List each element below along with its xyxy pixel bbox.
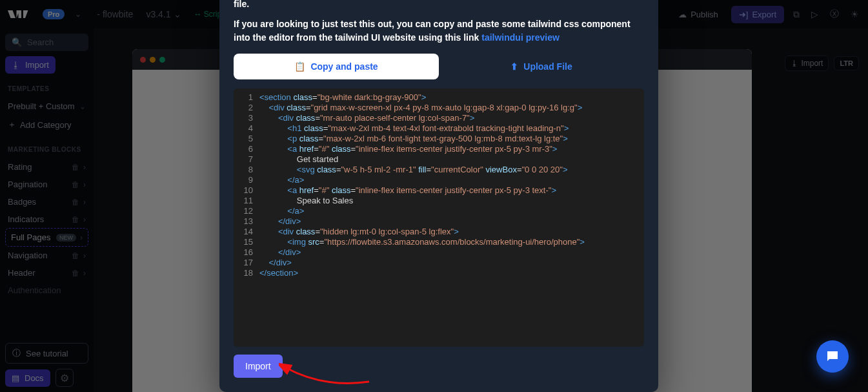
- modal-tabs: 📋 Copy and paste ⬆ Upload File: [234, 54, 644, 79]
- upload-icon: ⬆: [510, 61, 518, 72]
- chat-fab[interactable]: [816, 340, 849, 373]
- tab-upload-label: Upload File: [523, 61, 572, 72]
- chat-icon: [825, 349, 840, 364]
- code-editor[interactable]: 123456789101112131415161718 <section cla…: [234, 88, 644, 347]
- tailwindui-preview-link[interactable]: tailwindui preview: [481, 32, 560, 43]
- tab-upload-file[interactable]: ⬆ Upload File: [439, 54, 644, 79]
- paste-icon: 📋: [294, 61, 305, 72]
- tab-copy-label: Copy and paste: [310, 61, 378, 72]
- import-modal: file. If you are looking to just test th…: [219, 0, 658, 392]
- modal-paragraph-2: If you are looking to just test this out…: [234, 17, 644, 45]
- code-gutter: 123456789101112131415161718: [234, 88, 259, 347]
- tab-copy-paste[interactable]: 📋 Copy and paste: [234, 54, 439, 79]
- modal-import-button[interactable]: Import: [234, 355, 283, 378]
- code-content[interactable]: <section class="bg-white dark:bg-gray-90…: [259, 88, 644, 347]
- modal-paragraph-2-text: If you are looking to just test this out…: [234, 19, 631, 43]
- modal-paragraph-1-tail: file.: [234, 0, 644, 11]
